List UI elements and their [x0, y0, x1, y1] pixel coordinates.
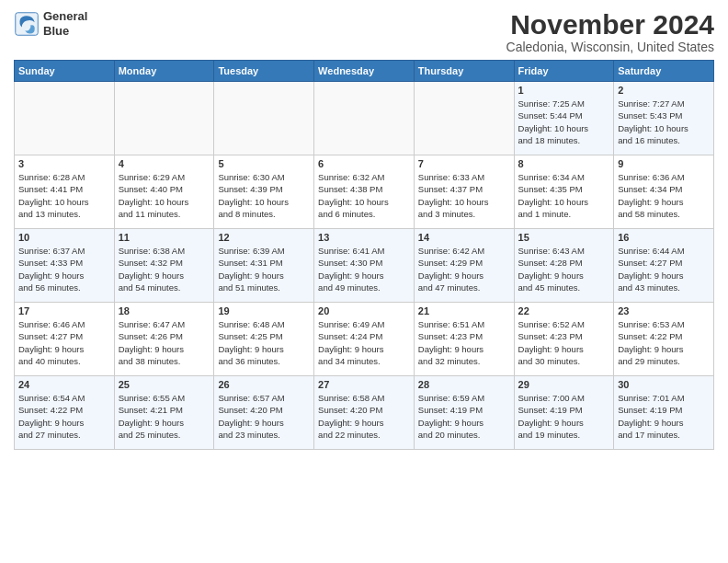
calendar-cell: 5Sunrise: 6:30 AM Sunset: 4:39 PM Daylig… [214, 155, 314, 229]
calendar-cell: 19Sunrise: 6:48 AM Sunset: 4:25 PM Dayli… [214, 303, 314, 376]
day-number: 26 [218, 379, 310, 390]
day-number: 18 [119, 305, 210, 316]
day-number: 17 [18, 305, 110, 316]
logo-text: General Blue [43, 9, 87, 38]
day-number: 20 [318, 305, 410, 316]
day-number: 5 [218, 158, 310, 169]
day-info: Sunrise: 6:59 AM Sunset: 4:19 PM Dayligh… [418, 392, 510, 441]
day-info: Sunrise: 6:43 AM Sunset: 4:28 PM Dayligh… [518, 245, 610, 293]
day-number: 25 [119, 379, 210, 390]
calendar-header-row: SundayMondayTuesdayWednesdayThursdayFrid… [15, 61, 714, 82]
day-info: Sunrise: 6:29 AM Sunset: 4:40 PM Dayligh… [119, 171, 210, 220]
calendar-cell: 21Sunrise: 6:51 AM Sunset: 4:23 PM Dayli… [414, 303, 514, 376]
calendar-cell: 29Sunrise: 7:00 AM Sunset: 4:19 PM Dayli… [514, 376, 614, 450]
calendar-cell: 1Sunrise: 7:25 AM Sunset: 5:44 PM Daylig… [514, 82, 614, 155]
day-number: 22 [518, 305, 610, 316]
day-number: 15 [518, 232, 610, 243]
weekday-header: Friday [514, 61, 614, 82]
day-info: Sunrise: 6:38 AM Sunset: 4:32 PM Dayligh… [119, 245, 210, 293]
day-info: Sunrise: 6:47 AM Sunset: 4:26 PM Dayligh… [119, 318, 210, 367]
calendar-week-row: 3Sunrise: 6:28 AM Sunset: 4:41 PM Daylig… [15, 155, 714, 229]
weekday-header: Tuesday [214, 61, 314, 82]
calendar-cell: 24Sunrise: 6:54 AM Sunset: 4:22 PM Dayli… [15, 376, 115, 450]
day-info: Sunrise: 6:28 AM Sunset: 4:41 PM Dayligh… [18, 171, 110, 220]
weekday-header: Saturday [614, 61, 714, 82]
day-number: 2 [618, 85, 710, 96]
calendar-cell: 10Sunrise: 6:37 AM Sunset: 4:33 PM Dayli… [15, 229, 115, 303]
day-info: Sunrise: 6:33 AM Sunset: 4:37 PM Dayligh… [418, 171, 510, 220]
day-info: Sunrise: 7:01 AM Sunset: 4:19 PM Dayligh… [618, 392, 710, 441]
day-number: 6 [318, 158, 410, 169]
calendar-table: SundayMondayTuesdayWednesdayThursdayFrid… [14, 60, 714, 450]
day-number: 24 [18, 379, 110, 390]
calendar-cell: 27Sunrise: 6:58 AM Sunset: 4:20 PM Dayli… [314, 376, 415, 450]
day-info: Sunrise: 6:54 AM Sunset: 4:22 PM Dayligh… [18, 392, 110, 441]
day-info: Sunrise: 6:39 AM Sunset: 4:31 PM Dayligh… [218, 245, 310, 293]
calendar-week-row: 17Sunrise: 6:46 AM Sunset: 4:27 PM Dayli… [15, 303, 714, 376]
calendar-cell: 11Sunrise: 6:38 AM Sunset: 4:32 PM Dayli… [114, 229, 214, 303]
calendar-week-row: 1Sunrise: 7:25 AM Sunset: 5:44 PM Daylig… [15, 82, 714, 155]
day-info: Sunrise: 6:48 AM Sunset: 4:25 PM Dayligh… [218, 318, 310, 367]
day-info: Sunrise: 6:49 AM Sunset: 4:24 PM Dayligh… [318, 318, 410, 367]
logo-icon [14, 11, 40, 37]
calendar-cell: 4Sunrise: 6:29 AM Sunset: 4:40 PM Daylig… [114, 155, 214, 229]
day-number: 4 [119, 158, 210, 169]
calendar-cell: 15Sunrise: 6:43 AM Sunset: 4:28 PM Dayli… [514, 229, 614, 303]
day-number: 14 [418, 232, 510, 243]
calendar-cell: 8Sunrise: 6:34 AM Sunset: 4:35 PM Daylig… [514, 155, 614, 229]
day-number: 23 [618, 305, 710, 316]
day-info: Sunrise: 6:46 AM Sunset: 4:27 PM Dayligh… [18, 318, 110, 367]
calendar-cell: 22Sunrise: 6:52 AM Sunset: 4:23 PM Dayli… [514, 303, 614, 376]
day-number: 7 [418, 158, 510, 169]
day-number: 21 [418, 305, 510, 316]
title-block: November 2024 Caledonia, Wisconsin, Unit… [506, 9, 714, 54]
day-number: 11 [119, 232, 210, 243]
calendar-cell: 3Sunrise: 6:28 AM Sunset: 4:41 PM Daylig… [15, 155, 115, 229]
calendar-cell: 20Sunrise: 6:49 AM Sunset: 4:24 PM Dayli… [314, 303, 415, 376]
day-info: Sunrise: 6:53 AM Sunset: 4:22 PM Dayligh… [618, 318, 710, 367]
day-info: Sunrise: 6:37 AM Sunset: 4:33 PM Dayligh… [18, 245, 110, 293]
day-number: 1 [518, 85, 610, 96]
day-info: Sunrise: 7:00 AM Sunset: 4:19 PM Dayligh… [518, 392, 610, 441]
calendar-cell: 9Sunrise: 6:36 AM Sunset: 4:34 PM Daylig… [614, 155, 714, 229]
day-info: Sunrise: 6:51 AM Sunset: 4:23 PM Dayligh… [418, 318, 510, 367]
day-number: 27 [318, 379, 410, 390]
calendar-cell: 23Sunrise: 6:53 AM Sunset: 4:22 PM Dayli… [614, 303, 714, 376]
calendar-cell: 18Sunrise: 6:47 AM Sunset: 4:26 PM Dayli… [114, 303, 214, 376]
calendar-cell: 30Sunrise: 7:01 AM Sunset: 4:19 PM Dayli… [614, 376, 714, 450]
page: General Blue November 2024 Caledonia, Wi… [0, 0, 728, 459]
day-number: 8 [518, 158, 610, 169]
calendar-cell [314, 82, 415, 155]
calendar-cell: 7Sunrise: 6:33 AM Sunset: 4:37 PM Daylig… [414, 155, 514, 229]
day-number: 19 [218, 305, 310, 316]
day-info: Sunrise: 7:25 AM Sunset: 5:44 PM Dayligh… [518, 98, 610, 146]
calendar-cell: 17Sunrise: 6:46 AM Sunset: 4:27 PM Dayli… [15, 303, 115, 376]
day-number: 12 [218, 232, 310, 243]
weekday-header: Thursday [414, 61, 514, 82]
day-number: 3 [18, 158, 110, 169]
calendar-cell: 6Sunrise: 6:32 AM Sunset: 4:38 PM Daylig… [314, 155, 415, 229]
day-info: Sunrise: 6:41 AM Sunset: 4:30 PM Dayligh… [318, 245, 410, 293]
day-info: Sunrise: 6:36 AM Sunset: 4:34 PM Dayligh… [618, 171, 710, 220]
day-info: Sunrise: 7:27 AM Sunset: 5:43 PM Dayligh… [618, 98, 710, 146]
calendar-week-row: 24Sunrise: 6:54 AM Sunset: 4:22 PM Dayli… [15, 376, 714, 450]
calendar-cell [214, 82, 314, 155]
calendar-cell: 14Sunrise: 6:42 AM Sunset: 4:29 PM Dayli… [414, 229, 514, 303]
calendar-cell: 26Sunrise: 6:57 AM Sunset: 4:20 PM Dayli… [214, 376, 314, 450]
calendar-cell [114, 82, 214, 155]
logo: General Blue [14, 9, 87, 38]
weekday-header: Monday [114, 61, 214, 82]
header-section: General Blue November 2024 Caledonia, Wi… [14, 9, 714, 54]
calendar-cell: 28Sunrise: 6:59 AM Sunset: 4:19 PM Dayli… [414, 376, 514, 450]
location-title: Caledonia, Wisconsin, United States [506, 40, 714, 54]
day-info: Sunrise: 6:32 AM Sunset: 4:38 PM Dayligh… [318, 171, 410, 220]
month-title: November 2024 [506, 9, 714, 40]
calendar-cell [15, 82, 115, 155]
day-number: 16 [618, 232, 710, 243]
day-info: Sunrise: 6:44 AM Sunset: 4:27 PM Dayligh… [618, 245, 710, 293]
day-number: 29 [518, 379, 610, 390]
day-number: 13 [318, 232, 410, 243]
day-info: Sunrise: 6:52 AM Sunset: 4:23 PM Dayligh… [518, 318, 610, 367]
day-number: 10 [18, 232, 110, 243]
day-info: Sunrise: 6:34 AM Sunset: 4:35 PM Dayligh… [518, 171, 610, 220]
